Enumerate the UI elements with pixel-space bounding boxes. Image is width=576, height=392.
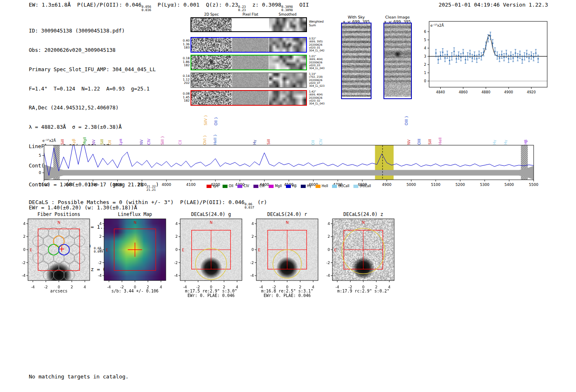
summary-line: EW: 1.3±61.8Å P(LAE)/P(OII): 0.0460.0560… bbox=[29, 2, 309, 12]
svg-text:4: 4 bbox=[424, 46, 426, 50]
info-line: λ = 4882.83Å σ = 2.38(±0.38)Å bbox=[29, 124, 159, 130]
svg-text:4: 4 bbox=[175, 222, 178, 226]
line-marker: OII } bbox=[214, 117, 218, 125]
legend-item: (H)CaII bbox=[353, 184, 371, 188]
fiber-annotation: 0.52"(699, 395)20200626v020_01304_LL_042 bbox=[309, 37, 325, 52]
legend-label: Hγ bbox=[307, 184, 311, 188]
spec2d-row bbox=[190, 90, 307, 106]
decals-z-panel: -4-4-2-2002244NE bbox=[318, 214, 405, 296]
svg-text:2: 2 bbox=[424, 63, 426, 67]
pixelflat-image bbox=[232, 18, 269, 31]
legend-label: (K)CaII bbox=[338, 184, 349, 188]
legend-swatch bbox=[207, 185, 211, 188]
pixelflat-image bbox=[232, 56, 269, 70]
legend-label: Lyα bbox=[213, 184, 218, 188]
col-title-2dspec: 2D Spec bbox=[191, 12, 232, 16]
svg-text:E: E bbox=[182, 248, 184, 252]
line-fit-zoom-chart: 484048604880490049200123456e⁻¹⁷x2Å bbox=[413, 19, 553, 101]
svg-text:4: 4 bbox=[327, 222, 330, 226]
legend-swatch bbox=[237, 185, 242, 188]
decals-g-panel: -4-4-2-2002244NE bbox=[166, 214, 253, 296]
clean-image-frame bbox=[383, 23, 412, 99]
svg-text:-2: -2 bbox=[250, 261, 254, 265]
legend-label: CIII bbox=[260, 184, 265, 188]
svg-text:-4: -4 bbox=[174, 274, 178, 278]
spec2d-row bbox=[190, 55, 307, 70]
legend-label: HeII bbox=[322, 184, 328, 188]
svg-text:-2: -2 bbox=[326, 261, 330, 265]
legend-item: Hγ bbox=[301, 184, 311, 188]
legend-swatch bbox=[253, 185, 258, 188]
fiber-weight-labels: 0.181.86182 bbox=[182, 57, 190, 67]
cutout-axes: -4-4-2-2002244NE bbox=[166, 214, 253, 292]
svg-text:N: N bbox=[210, 220, 213, 225]
smoothed-image bbox=[269, 56, 306, 70]
legend-swatch bbox=[286, 185, 291, 188]
svg-text:-4: -4 bbox=[22, 274, 26, 278]
svg-text:4: 4 bbox=[99, 222, 102, 226]
info-line: ID: 3009045138 (3009045138.pdf) bbox=[29, 28, 159, 34]
svg-text:-4: -4 bbox=[250, 274, 254, 278]
spec2d-row bbox=[190, 37, 307, 53]
fiber-annotation: 1.19"(702, 218)20200626v020_07304_LL_023 bbox=[309, 73, 325, 88]
decals-r-panel: -4-4-2-2002244NE bbox=[242, 214, 329, 296]
legend-label: Hβ bbox=[292, 184, 297, 188]
decals-header: DECaLS : Possible Matches = 0 (within +/… bbox=[29, 199, 267, 210]
pixelflat-image bbox=[232, 38, 269, 52]
svg-text:0: 0 bbox=[99, 248, 102, 252]
svg-text:N: N bbox=[362, 220, 365, 225]
pixelflat-image bbox=[232, 73, 269, 87]
svg-text:4: 4 bbox=[251, 222, 254, 226]
info-line: RA,Dec (244.945312,52.406078) bbox=[29, 104, 159, 111]
decals-z-mag: m:17.9 rc:2.9" s:0.2" bbox=[316, 289, 411, 293]
svg-text:2: 2 bbox=[251, 234, 254, 239]
lineflux-map-panel: -4-4-2-2002244NE bbox=[90, 214, 177, 296]
legend-swatch bbox=[332, 185, 337, 188]
svg-text:E: E bbox=[258, 248, 260, 252]
svg-text:4860: 4860 bbox=[459, 90, 468, 94]
fiber-annotation: 1.42"(699, 404)20200626v020_02304_LL_043 bbox=[309, 90, 325, 105]
svg-text:N: N bbox=[134, 220, 137, 225]
line-marker: SiIV } bbox=[204, 115, 208, 125]
svg-text:4920: 4920 bbox=[527, 90, 536, 94]
fiber-positions-panel: -4-4-2-2002244NE bbox=[14, 214, 100, 296]
svg-text:-2: -2 bbox=[174, 261, 178, 265]
spec2d-image bbox=[191, 73, 232, 87]
svg-text:N: N bbox=[58, 220, 60, 225]
svg-text:1: 1 bbox=[424, 71, 426, 75]
cutout-axes: -4-4-2-2002244NE bbox=[90, 214, 177, 292]
legend-label: OII bbox=[229, 184, 233, 188]
fiber-annotation: WeightedSum bbox=[309, 20, 324, 27]
catalog-note: No matching targets in catalog. Row inte… bbox=[29, 360, 129, 392]
svg-text:0: 0 bbox=[23, 248, 26, 252]
smoothed-image bbox=[269, 73, 306, 87]
svg-text:E: E bbox=[106, 248, 108, 252]
svg-text:2: 2 bbox=[175, 234, 178, 239]
legend-swatch bbox=[269, 185, 274, 188]
cutout-axes: -4-4-2-2002244NE bbox=[242, 214, 329, 292]
cutout-axes: -4-4-2-2002244NE bbox=[318, 214, 405, 292]
withsky-image-frame bbox=[341, 23, 372, 99]
svg-text:4880: 4880 bbox=[481, 90, 490, 94]
spec2d-image bbox=[191, 91, 232, 105]
col-title-smoothed: Smoothed bbox=[269, 12, 306, 16]
fiber-weight-labels: 0.401.36183 bbox=[182, 39, 190, 50]
legend-label: (H)CaII bbox=[360, 184, 371, 188]
svg-text:6: 6 bbox=[424, 30, 426, 34]
spec2d-row bbox=[190, 17, 307, 32]
svg-text:0: 0 bbox=[175, 248, 178, 252]
pixelflat-image bbox=[232, 91, 269, 105]
svg-text:-2: -2 bbox=[98, 261, 102, 265]
svg-text:0: 0 bbox=[424, 79, 426, 83]
legend-swatch bbox=[223, 185, 228, 188]
elixer-report-page: EW: 1.3±61.8Å P(LAE)/P(OII): 0.0460.0560… bbox=[0, 0, 576, 392]
svg-text:-4: -4 bbox=[98, 274, 102, 278]
svg-text:4: 4 bbox=[23, 222, 26, 226]
legend-label: MgII bbox=[275, 184, 282, 188]
svg-text:0: 0 bbox=[251, 248, 254, 252]
legend-item: OII bbox=[223, 184, 233, 188]
fiber-annotation: 1.01"(699, 404)20200626v020_03304_LL_043 bbox=[309, 55, 325, 70]
svg-text:5: 5 bbox=[39, 153, 41, 158]
smoothed-image bbox=[269, 38, 306, 52]
clean-image bbox=[384, 23, 411, 97]
